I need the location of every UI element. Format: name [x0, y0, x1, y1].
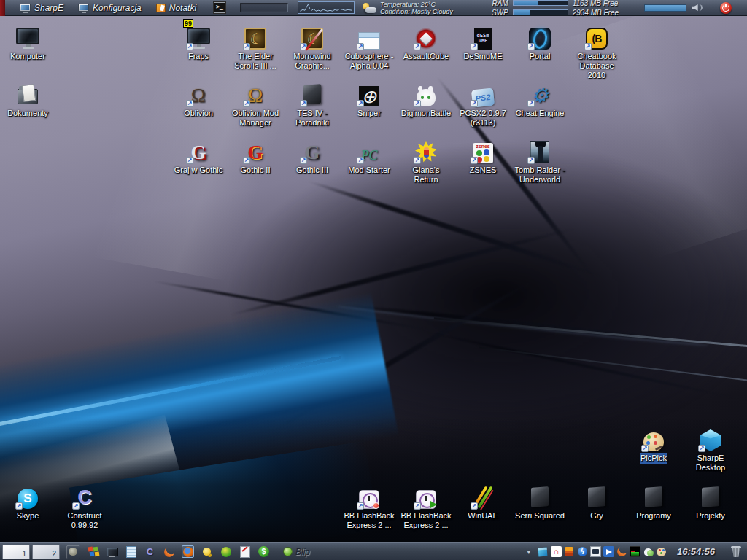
desktop-icon-gianas-return[interactable]: Giana's Return [400, 134, 452, 184]
desktop-icon-elder-scrolls-3[interactable]: ☾ The Elder Scrolls III ... [229, 20, 282, 71]
desktop-icon-pcsx2[interactable]: PS2 PCSX2 0.9.7 (r3113) [457, 77, 509, 128]
windows-icon[interactable] [87, 545, 99, 558]
key-bulb-icon[interactable] [201, 545, 213, 558]
task-button-blip[interactable]: Blip [283, 547, 310, 557]
power-button[interactable] [720, 2, 732, 14]
wallpaper-burst [209, 132, 747, 459]
desktop-icon-portal[interactable]: Portal [514, 20, 566, 61]
desktop-icon-cheat-engine[interactable]: ⚙ Cheat Engine [514, 77, 566, 118]
cpu-graph [298, 1, 355, 14]
icon-glyph: dESmuME [476, 34, 490, 44]
weather-temperature: Temperatura: 26°C [380, 1, 453, 8]
workspace-button-2[interactable]: 2 [32, 545, 60, 559]
desktop-icon-serri-squared[interactable]: Serri Squared [514, 480, 566, 521]
swoosh-icon[interactable] [163, 545, 175, 558]
shortcut-arrow-icon [186, 43, 193, 50]
tray-palette-icon[interactable] [656, 546, 667, 557]
menu-notatki[interactable]: Notatki [156, 3, 196, 13]
desktop-icon-picpick[interactable]: PicPick [627, 422, 680, 463]
console-icon[interactable] [214, 2, 225, 13]
desktop-icon-oblivion[interactable]: Ω Oblivion [172, 77, 225, 118]
desktop-icon-morrowind-graphic[interactable]: ☾ Morrowind Graphic... [286, 20, 338, 71]
dark-folder-icon [531, 486, 549, 508]
desktop-icon-sniper[interactable]: ⊕ Sniper [343, 77, 395, 118]
icon-label: BB FlashBack Express 2 ... [400, 511, 452, 530]
icon-label: Oblivion Mod Manager [229, 109, 282, 128]
tray-blip-bubble-icon[interactable] [643, 546, 654, 557]
display-icon[interactable] [106, 545, 118, 558]
desktop-icon-projekty[interactable]: Projekty [684, 480, 737, 521]
icon-label: Sniper [357, 109, 381, 118]
icon-label: Gry [590, 511, 603, 521]
globe-icon[interactable] [220, 545, 232, 558]
dollar-icon[interactable]: $ [258, 545, 270, 558]
desktop-icon-zsnes[interactable]: zsnes ZSNES [457, 134, 509, 175]
tray-capture-icon[interactable] [590, 546, 601, 557]
recycle-bin-icon[interactable] [731, 546, 741, 557]
desktop-icon-digimonbattle[interactable]: DigimonBattle [400, 77, 452, 118]
icon-label: Gothic III [296, 166, 328, 175]
desktop-icon-mod-starter[interactable]: PC Mod Starter [343, 134, 395, 175]
construct-launcher-icon[interactable]: C [144, 545, 156, 558]
tray-sharpe-cube-icon[interactable] [538, 546, 549, 557]
desktop-icon-tomb-raider[interactable]: Tomb Raider - Underworld [514, 134, 566, 184]
icon-label: Oblivion [184, 109, 213, 118]
tray-lightning-icon[interactable]: ϟ [577, 546, 588, 557]
shortcut-arrow-icon [300, 100, 307, 107]
icon-label: DeSmuME [463, 52, 502, 61]
tray-avira-icon[interactable]: ∩ [551, 546, 562, 557]
icon-label: Mod Starter [348, 166, 390, 175]
show-desktop-button[interactable] [66, 545, 80, 559]
wallpaper-wire [479, 346, 747, 382]
icon-label: ZSNES [470, 166, 497, 175]
speaker-icon[interactable] [692, 3, 704, 12]
workspace-number: 2 [52, 550, 56, 558]
menu-konfiguracja[interactable]: Konfiguracja [78, 3, 142, 13]
shortcut-arrow-icon [527, 157, 535, 164]
shortcut-arrow-icon [414, 157, 421, 164]
desktop-icon-bbflashback-play[interactable]: BB FlashBack Express 2 ... [400, 480, 452, 530]
workspace-button-1[interactable]: 1 [2, 545, 30, 559]
chevron-down-icon[interactable]: ▾ [527, 548, 530, 556]
tray-dock-icon[interactable] [564, 546, 575, 557]
desktop-icon-construct[interactable]: C Construct 0.99.92 [58, 480, 111, 530]
green-orb-icon [283, 547, 293, 556]
desktop-icon-komputer[interactable]: Komputer [1, 20, 54, 61]
desktop-icon-assaultcube[interactable]: AssaultCube [400, 20, 452, 61]
desktop-icon-cheatbook[interactable]: (B Cheatbook Database 2010 [570, 20, 623, 80]
menu-label: Konfiguracja [93, 3, 142, 13]
icon-label: Gothic II [241, 166, 271, 175]
tray-cpu-graph-icon[interactable] [630, 546, 640, 557]
desktop-icon-oblivion-mod-manager[interactable]: Ω Oblivion Mod Manager [229, 77, 282, 128]
desktop-icon-gry[interactable]: Gry [570, 480, 623, 521]
desktop-icon-dokumenty[interactable]: Dokumenty [1, 77, 54, 118]
dark-folder-icon [588, 486, 605, 508]
image-editor-icon[interactable] [239, 545, 251, 558]
desktop-icon-sharpe-desktop[interactable]: SharpE Desktop [684, 422, 737, 472]
shortcut-arrow-icon [186, 157, 193, 164]
tray-crescent-icon[interactable] [616, 546, 627, 557]
tray-sync-icon[interactable] [603, 546, 614, 557]
desktop-icon-programy[interactable]: Programy [627, 480, 680, 521]
desktop-icon-tes4-poradniki[interactable]: TES IV - Poradniki [286, 77, 338, 128]
shortcut-arrow-icon [414, 100, 421, 107]
clock: 16:54:56 [677, 546, 715, 557]
notepad-icon[interactable] [125, 545, 137, 558]
desktop-icon-cubosphere[interactable]: Cubosphere - Alpha 0.04 [343, 20, 395, 71]
icon-label: Cheat Engine [516, 109, 565, 118]
desktop-icon-bbflashback-record[interactable]: BB FlashBack Express 2 ... [343, 480, 395, 530]
desktop-icon-gothic-2[interactable]: G Gothic II [229, 134, 282, 175]
desktop-icon-gothic-3[interactable]: G Gothic III [286, 134, 338, 175]
desktop-icon-desmume[interactable]: dESmuME DeSmuME [457, 20, 509, 61]
ram-bar [513, 0, 568, 6]
desktop-icon-fraps[interactable]: 99 Fraps [172, 20, 225, 61]
swap-label: SWP [488, 9, 508, 17]
icon-label: DigimonBattle [401, 109, 451, 118]
desktop-icon-winuae[interactable]: WinUAE [457, 480, 509, 521]
icon-glyph: zsnes [473, 144, 493, 149]
desktop-icon-graj-w-gothic[interactable]: G Graj w Gothic [172, 134, 225, 175]
volume-slider[interactable] [644, 4, 686, 12]
menu-sharpe[interactable]: SharpE [20, 3, 63, 13]
desktop-icon-skype[interactable]: S Skype [1, 480, 54, 521]
firefox-icon[interactable] [182, 545, 194, 558]
